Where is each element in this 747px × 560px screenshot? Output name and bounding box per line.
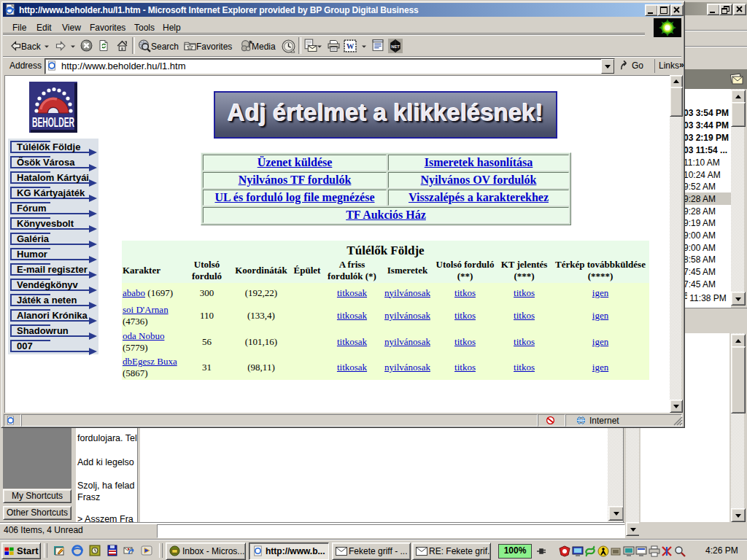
svg-text:W: W: [347, 42, 355, 50]
svg-text:BEHOLDER: BEHOLDER: [32, 114, 74, 130]
svg-text:NET: NET: [391, 44, 400, 49]
